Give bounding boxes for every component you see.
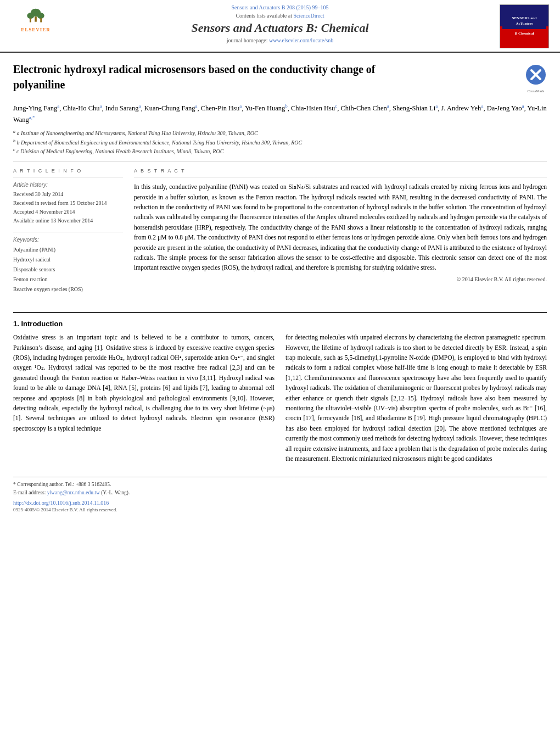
intro-left-text: Oxidative stress is an important topic a… bbox=[13, 332, 275, 433]
affiliation-c: c c Division of Medical Engineering, Nat… bbox=[13, 147, 547, 155]
intro-left-col: Oxidative stress is an important topic a… bbox=[13, 332, 275, 468]
intro-right-text: for detecting molecules with unpaired el… bbox=[285, 332, 547, 464]
header-center: Sensors and Actuators B 208 (2015) 99–10… bbox=[60, 4, 500, 43]
elsevier-text: ELSEVIER bbox=[21, 27, 51, 32]
crossmark-icon: CrossMark bbox=[525, 64, 547, 86]
abstract-heading: A B S T R A C T bbox=[134, 168, 547, 174]
footer-copyright: 0925-4005/© 2014 Elsevier B.V. All right… bbox=[13, 507, 547, 512]
svg-point-2 bbox=[27, 13, 34, 19]
sensors-logo-bottom-text: B Chemical bbox=[502, 29, 546, 39]
sensors-logo-top-text: SENSORS andAcTuators bbox=[502, 14, 546, 29]
abstract-copyright: © 2014 Elsevier B.V. All rights reserved… bbox=[134, 276, 547, 282]
abstract-col: A B S T R A C T In this study, conductiv… bbox=[134, 168, 547, 294]
abstract-border: In this study, conductive polyaniline (P… bbox=[134, 177, 547, 282]
elsevier-logo: ELSEVIER bbox=[11, 4, 60, 35]
contents-available: Contents lists available at ScienceDirec… bbox=[71, 13, 489, 19]
affiliations: a a Institute of Nanoengineering and Mic… bbox=[13, 129, 547, 161]
journal-title: Sensors and Actuators B: Chemical bbox=[71, 21, 489, 35]
homepage-link[interactable]: www.elsevier.com/locate/snb bbox=[269, 37, 333, 43]
sensors-actuators-logo: SENSORS andAcTuators B Chemical bbox=[500, 4, 549, 48]
keyword-pani: Polyaniline (PANI) bbox=[13, 245, 123, 255]
keyword-fenton: Fenton reaction bbox=[13, 275, 123, 284]
article-history: Article history: Received 30 July 2014 R… bbox=[13, 177, 123, 225]
received-date: Received 30 July 2014 bbox=[13, 190, 123, 199]
svg-rect-6 bbox=[40, 18, 42, 22]
body-section: 1. Introduction Oxidative stress is an i… bbox=[0, 313, 560, 519]
email-link[interactable]: ylwang@mx.nthu.edu.tw bbox=[47, 490, 100, 495]
introduction-body: Oxidative stress is an important topic a… bbox=[13, 332, 547, 468]
page: ELSEVIER Sensors and Actuators B 208 (20… bbox=[0, 0, 560, 742]
article-title: Electronic hydroxyl radical microsensors… bbox=[13, 62, 387, 92]
intro-right-col: for detecting molecules with unpaired el… bbox=[285, 332, 547, 468]
journal-reference: Sensors and Actuators B 208 (2015) 99–10… bbox=[71, 4, 489, 10]
email-address: E-mail address: ylwang@mx.nthu.edu.tw (Y… bbox=[13, 489, 547, 496]
article-info-col: A R T I C L E I N F O Article history: R… bbox=[13, 168, 123, 294]
keywords-label: Keywords: bbox=[13, 237, 123, 243]
affiliation-b: b b Department of Biomedical Engineering… bbox=[13, 138, 547, 147]
article-info-abstract: A R T I C L E I N F O Article history: R… bbox=[13, 168, 547, 294]
doi-link[interactable]: http://dx.doi.org/10.1016/j.snb.2014.11.… bbox=[13, 500, 547, 506]
keywords: Keywords: Polyaniline (PANI) Hydroxyl ra… bbox=[13, 232, 123, 294]
article-info-heading: A R T I C L E I N F O bbox=[13, 168, 123, 174]
introduction-title: 1. Introduction bbox=[13, 320, 547, 328]
revised-date: Received in revised form 15 October 2014 bbox=[13, 199, 123, 208]
abstract-text: In this study, conductive polyaniline (P… bbox=[134, 182, 547, 273]
online-date: Available online 13 November 2014 bbox=[13, 216, 123, 225]
keyword-hydroxyl: Hydroxyl radical bbox=[13, 255, 123, 265]
svg-rect-4 bbox=[35, 16, 37, 21]
keyword-ros: Reactive oxygen species (ROS) bbox=[13, 284, 123, 294]
corresponding-author: * Corresponding author. Tel.: +886 3 516… bbox=[13, 481, 547, 488]
history-label: Article history: bbox=[13, 182, 123, 188]
journal-homepage: journal homepage: www.elsevier.com/locat… bbox=[71, 37, 489, 43]
authors: Jung-Ying Fanga, Chia-Ho Chua, Indu Sara… bbox=[13, 102, 547, 125]
article-section: Electronic hydroxyl radical microsensors… bbox=[0, 53, 560, 303]
journal-header: ELSEVIER Sensors and Actuators B 208 (20… bbox=[0, 0, 560, 53]
crossmark-label: CrossMark bbox=[525, 89, 547, 93]
keyword-disposable: Disposable sensors bbox=[13, 265, 123, 275]
svg-point-3 bbox=[37, 13, 44, 19]
accepted-date: Accepted 4 November 2014 bbox=[13, 208, 123, 216]
affiliation-a: a a Institute of Nanoengineering and Mic… bbox=[13, 129, 547, 137]
svg-rect-5 bbox=[30, 18, 31, 22]
footnote-section: * Corresponding author. Tel.: +886 3 516… bbox=[13, 477, 547, 512]
